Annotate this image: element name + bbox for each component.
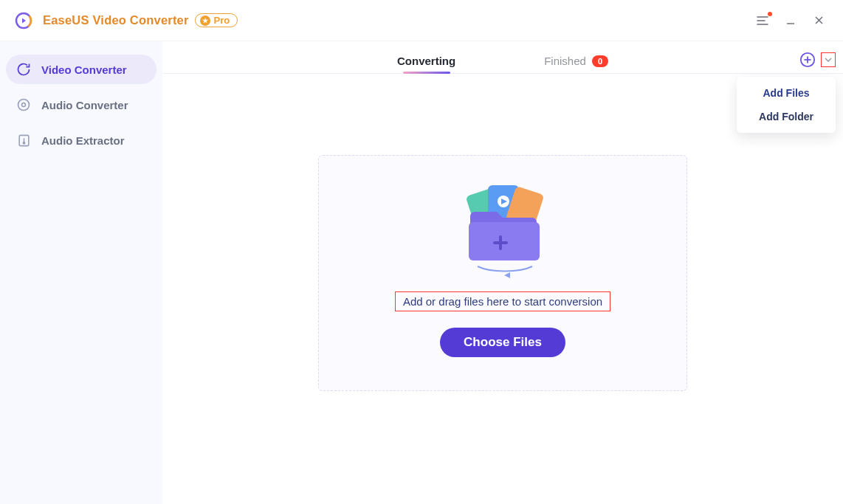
dropzone[interactable]: Add or drag files here to start conversi… — [318, 155, 687, 391]
close-icon — [814, 15, 824, 25]
notification-dot-icon — [768, 12, 772, 16]
tab-converting[interactable]: Converting — [397, 55, 455, 73]
svg-marker-21 — [504, 272, 510, 278]
audio-extractor-icon — [16, 133, 31, 148]
add-button[interactable] — [799, 51, 816, 69]
titlebar: EaseUS Video Converter ★ Pro — [0, 0, 843, 41]
sidebar-item-label: Audio Extractor — [41, 134, 125, 147]
tabs-bar: Converting Finished 0 — [162, 41, 843, 74]
minimize-icon — [785, 15, 796, 26]
audio-converter-icon — [16, 97, 31, 112]
tab-label: Converting — [397, 55, 455, 67]
sidebar-item-label: Video Converter — [41, 63, 127, 76]
choose-files-button[interactable]: Choose Files — [440, 328, 565, 357]
menu-item-add-folder[interactable]: Add Folder — [737, 105, 836, 128]
menu-item-add-files[interactable]: Add Files — [737, 81, 836, 105]
tab-label: Finished — [544, 55, 586, 67]
add-dropdown-menu: Add Files Add Folder — [737, 77, 836, 133]
main-panel: Converting Finished 0 — [162, 41, 843, 504]
finished-count-badge: 0 — [592, 55, 608, 67]
sidebar-item-audio-extractor[interactable]: Audio Extractor — [6, 125, 156, 155]
add-dropdown-toggle[interactable] — [821, 52, 836, 67]
svg-point-8 — [18, 100, 30, 111]
chevron-down-icon — [824, 55, 833, 64]
svg-point-11 — [23, 142, 24, 143]
tab-finished[interactable]: Finished 0 — [544, 55, 608, 73]
plus-circle-icon — [799, 52, 816, 68]
sidebar-item-label: Audio Converter — [41, 99, 128, 111]
folder-illustration-icon — [444, 178, 562, 289]
dropzone-hint: Add or drag files here to start conversi… — [395, 291, 610, 311]
sidebar: Video Converter Audio Converter Audio Ex… — [0, 41, 162, 504]
star-icon: ★ — [200, 15, 210, 26]
video-converter-icon — [16, 62, 31, 77]
close-button[interactable] — [805, 9, 833, 32]
svg-rect-20 — [493, 241, 508, 244]
minimize-button[interactable] — [777, 9, 805, 32]
content-area: Add or drag files here to start conversi… — [162, 74, 843, 504]
sidebar-item-video-converter[interactable]: Video Converter — [6, 55, 156, 84]
menu-button[interactable] — [749, 9, 777, 32]
app-logo-icon — [15, 12, 32, 30]
app-window: EaseUS Video Converter ★ Pro Video Co — [0, 0, 843, 504]
pro-badge: ★ Pro — [195, 13, 238, 27]
sidebar-item-audio-converter[interactable]: Audio Converter — [6, 90, 156, 120]
svg-point-9 — [22, 103, 26, 107]
app-title: EaseUS Video Converter — [43, 13, 189, 27]
pro-badge-label: Pro — [214, 15, 230, 26]
menu-icon — [757, 15, 768, 26]
